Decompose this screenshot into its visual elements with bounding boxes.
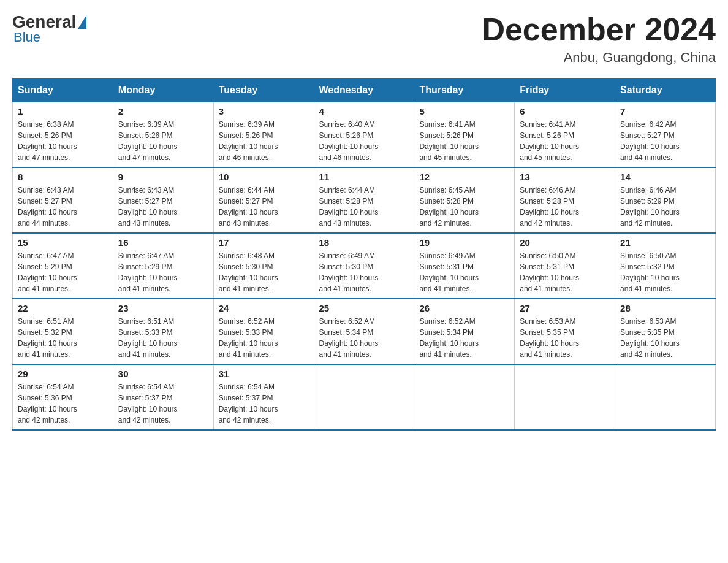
- day-info: Sunrise: 6:54 AMSunset: 5:37 PMDaylight:…: [118, 381, 208, 426]
- calendar-header-row: Sunday Monday Tuesday Wednesday Thursday…: [13, 79, 716, 102]
- table-row: 19Sunrise: 6:49 AMSunset: 5:31 PMDayligh…: [414, 233, 515, 299]
- table-row: 20Sunrise: 6:50 AMSunset: 5:31 PMDayligh…: [515, 233, 615, 299]
- day-number: 6: [520, 106, 610, 117]
- day-info: Sunrise: 6:43 AMSunset: 5:27 PMDaylight:…: [18, 185, 108, 229]
- day-info: Sunrise: 6:53 AMSunset: 5:35 PMDaylight:…: [520, 316, 610, 360]
- day-info: Sunrise: 6:46 AMSunset: 5:29 PMDaylight:…: [620, 185, 710, 229]
- day-info: Sunrise: 6:46 AMSunset: 5:28 PMDaylight:…: [520, 185, 610, 229]
- table-row: 11Sunrise: 6:44 AMSunset: 5:28 PMDayligh…: [314, 167, 414, 233]
- table-row: 9Sunrise: 6:43 AMSunset: 5:27 PMDaylight…: [113, 167, 213, 233]
- table-row: 23Sunrise: 6:51 AMSunset: 5:33 PMDayligh…: [113, 299, 213, 364]
- day-info: Sunrise: 6:47 AMSunset: 5:29 PMDaylight:…: [18, 250, 108, 294]
- day-number: 19: [419, 237, 509, 248]
- day-info: Sunrise: 6:41 AMSunset: 5:26 PMDaylight:…: [520, 119, 610, 163]
- page-header: General Blue December 2024 Anbu, Guangdo…: [12, 12, 716, 66]
- calendar-week-3: 15Sunrise: 6:47 AMSunset: 5:29 PMDayligh…: [13, 233, 716, 299]
- table-row: 24Sunrise: 6:52 AMSunset: 5:33 PMDayligh…: [213, 299, 314, 364]
- day-number: 7: [620, 106, 710, 117]
- day-info: Sunrise: 6:50 AMSunset: 5:31 PMDaylight:…: [520, 250, 610, 294]
- table-row: 15Sunrise: 6:47 AMSunset: 5:29 PMDayligh…: [13, 233, 113, 299]
- day-number: 3: [219, 106, 309, 117]
- day-info: Sunrise: 6:54 AMSunset: 5:37 PMDaylight:…: [219, 381, 309, 426]
- day-number: 5: [419, 106, 509, 117]
- calendar-week-5: 29Sunrise: 6:54 AMSunset: 5:36 PMDayligh…: [13, 364, 716, 430]
- day-number: 24: [219, 303, 309, 313]
- day-number: 30: [118, 369, 208, 379]
- location-text: Anbu, Guangdong, China: [482, 50, 716, 66]
- table-row: [414, 364, 515, 430]
- table-row: 28Sunrise: 6:53 AMSunset: 5:35 PMDayligh…: [615, 299, 716, 364]
- day-info: Sunrise: 6:49 AMSunset: 5:30 PMDaylight:…: [319, 250, 409, 294]
- day-info: Sunrise: 6:43 AMSunset: 5:27 PMDaylight:…: [118, 185, 208, 229]
- calendar-week-1: 1Sunrise: 6:38 AMSunset: 5:26 PMDaylight…: [13, 102, 716, 168]
- header-saturday: Saturday: [615, 79, 716, 102]
- table-row: 13Sunrise: 6:46 AMSunset: 5:28 PMDayligh…: [515, 167, 615, 233]
- day-info: Sunrise: 6:52 AMSunset: 5:33 PMDaylight:…: [219, 316, 309, 360]
- table-row: 29Sunrise: 6:54 AMSunset: 5:36 PMDayligh…: [13, 364, 113, 430]
- day-info: Sunrise: 6:51 AMSunset: 5:33 PMDaylight:…: [118, 316, 208, 360]
- table-row: 8Sunrise: 6:43 AMSunset: 5:27 PMDaylight…: [13, 167, 113, 233]
- day-number: 17: [219, 237, 309, 248]
- table-row: 27Sunrise: 6:53 AMSunset: 5:35 PMDayligh…: [515, 299, 615, 364]
- day-number: 26: [419, 303, 509, 313]
- day-number: 20: [520, 237, 610, 248]
- day-number: 4: [319, 106, 409, 117]
- table-row: 30Sunrise: 6:54 AMSunset: 5:37 PMDayligh…: [113, 364, 213, 430]
- calendar-week-4: 22Sunrise: 6:51 AMSunset: 5:32 PMDayligh…: [13, 299, 716, 364]
- day-info: Sunrise: 6:47 AMSunset: 5:29 PMDaylight:…: [118, 250, 208, 294]
- day-number: 23: [118, 303, 208, 313]
- day-number: 16: [118, 237, 208, 248]
- calendar-table: Sunday Monday Tuesday Wednesday Thursday…: [12, 78, 716, 431]
- table-row: 31Sunrise: 6:54 AMSunset: 5:37 PMDayligh…: [213, 364, 314, 430]
- day-number: 15: [18, 237, 108, 248]
- table-row: 3Sunrise: 6:39 AMSunset: 5:26 PMDaylight…: [213, 102, 314, 168]
- day-info: Sunrise: 6:40 AMSunset: 5:26 PMDaylight:…: [319, 119, 409, 163]
- table-row: [314, 364, 414, 430]
- day-info: Sunrise: 6:44 AMSunset: 5:28 PMDaylight:…: [319, 185, 409, 229]
- table-row: 18Sunrise: 6:49 AMSunset: 5:30 PMDayligh…: [314, 233, 414, 299]
- day-number: 12: [419, 172, 509, 182]
- day-info: Sunrise: 6:52 AMSunset: 5:34 PMDaylight:…: [319, 316, 409, 360]
- table-row: 6Sunrise: 6:41 AMSunset: 5:26 PMDaylight…: [515, 102, 615, 168]
- logo: General Blue: [12, 12, 88, 45]
- table-row: [515, 364, 615, 430]
- day-info: Sunrise: 6:39 AMSunset: 5:26 PMDaylight:…: [219, 119, 309, 163]
- day-info: Sunrise: 6:39 AMSunset: 5:26 PMDaylight:…: [118, 119, 208, 163]
- table-row: 16Sunrise: 6:47 AMSunset: 5:29 PMDayligh…: [113, 233, 213, 299]
- header-thursday: Thursday: [414, 79, 515, 102]
- day-number: 21: [620, 237, 710, 248]
- day-info: Sunrise: 6:50 AMSunset: 5:32 PMDaylight:…: [620, 250, 710, 294]
- day-number: 18: [319, 237, 409, 248]
- day-info: Sunrise: 6:41 AMSunset: 5:26 PMDaylight:…: [419, 119, 509, 163]
- day-number: 11: [319, 172, 409, 182]
- header-friday: Friday: [515, 79, 615, 102]
- table-row: 12Sunrise: 6:45 AMSunset: 5:28 PMDayligh…: [414, 167, 515, 233]
- day-number: 22: [18, 303, 108, 313]
- day-number: 1: [18, 106, 108, 117]
- logo-triangle-icon: [78, 15, 86, 29]
- header-monday: Monday: [113, 79, 213, 102]
- table-row: 26Sunrise: 6:52 AMSunset: 5:34 PMDayligh…: [414, 299, 515, 364]
- header-tuesday: Tuesday: [213, 79, 314, 102]
- table-row: 5Sunrise: 6:41 AMSunset: 5:26 PMDaylight…: [414, 102, 515, 168]
- table-row: 2Sunrise: 6:39 AMSunset: 5:26 PMDaylight…: [113, 102, 213, 168]
- table-row: 17Sunrise: 6:48 AMSunset: 5:30 PMDayligh…: [213, 233, 314, 299]
- table-row: 10Sunrise: 6:44 AMSunset: 5:27 PMDayligh…: [213, 167, 314, 233]
- day-info: Sunrise: 6:45 AMSunset: 5:28 PMDaylight:…: [419, 185, 509, 229]
- logo-blue-text: Blue: [13, 29, 40, 45]
- table-row: 4Sunrise: 6:40 AMSunset: 5:26 PMDaylight…: [314, 102, 414, 168]
- day-info: Sunrise: 6:54 AMSunset: 5:36 PMDaylight:…: [18, 381, 108, 426]
- table-row: 1Sunrise: 6:38 AMSunset: 5:26 PMDaylight…: [13, 102, 113, 168]
- table-row: 25Sunrise: 6:52 AMSunset: 5:34 PMDayligh…: [314, 299, 414, 364]
- day-number: 29: [18, 369, 108, 379]
- calendar-week-2: 8Sunrise: 6:43 AMSunset: 5:27 PMDaylight…: [13, 167, 716, 233]
- day-number: 27: [520, 303, 610, 313]
- table-row: 22Sunrise: 6:51 AMSunset: 5:32 PMDayligh…: [13, 299, 113, 364]
- day-number: 2: [118, 106, 208, 117]
- day-info: Sunrise: 6:38 AMSunset: 5:26 PMDaylight:…: [18, 119, 108, 163]
- day-info: Sunrise: 6:53 AMSunset: 5:35 PMDaylight:…: [620, 316, 710, 360]
- table-row: 7Sunrise: 6:42 AMSunset: 5:27 PMDaylight…: [615, 102, 716, 168]
- day-info: Sunrise: 6:48 AMSunset: 5:30 PMDaylight:…: [219, 250, 309, 294]
- title-section: December 2024 Anbu, Guangdong, China: [482, 12, 716, 66]
- table-row: [615, 364, 716, 430]
